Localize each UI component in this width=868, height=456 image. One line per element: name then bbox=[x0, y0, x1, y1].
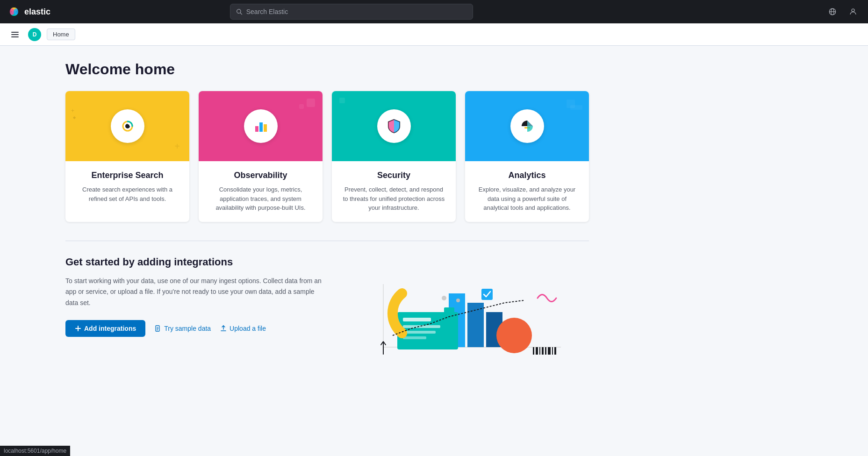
analytics-description: Explore, visualize, and analyze your dat… bbox=[474, 185, 580, 213]
svg-rect-17 bbox=[259, 122, 263, 132]
top-navigation: elastic bbox=[0, 0, 868, 23]
search-input[interactable] bbox=[246, 8, 467, 15]
svg-rect-37 bbox=[403, 331, 436, 334]
solution-cards-grid: + ◆ + Enterprise Search Create search ex… bbox=[65, 91, 589, 222]
observability-card-body: Observability Consolidate your logs, met… bbox=[199, 161, 323, 222]
secondary-navigation: D Home bbox=[0, 23, 868, 46]
analytics-card[interactable]: Analytics Explore, visualize, and analyz… bbox=[465, 91, 589, 222]
add-integrations-button[interactable]: Add integrations bbox=[65, 320, 145, 337]
observability-description: Consolidate your logs, metrics, applicat… bbox=[208, 185, 313, 213]
svg-rect-31 bbox=[467, 303, 484, 347]
hamburger-button[interactable] bbox=[7, 27, 22, 42]
enterprise-search-logo bbox=[111, 109, 144, 143]
home-breadcrumb-button[interactable]: Home bbox=[47, 28, 75, 40]
integrations-section: Get started by adding integrations To st… bbox=[65, 256, 589, 359]
svg-rect-16 bbox=[255, 126, 258, 132]
svg-point-3 bbox=[10, 8, 14, 15]
observability-card[interactable]: Observability Consolidate your logs, met… bbox=[199, 91, 323, 222]
integrations-description: To start working with your data, use one… bbox=[65, 276, 327, 309]
elastic-logo-icon bbox=[7, 5, 21, 18]
nav-icons-group bbox=[825, 4, 861, 19]
svg-line-6 bbox=[241, 13, 242, 14]
section-divider bbox=[65, 241, 589, 241]
svg-rect-41 bbox=[481, 289, 493, 300]
user-avatar[interactable]: D bbox=[28, 28, 41, 41]
observability-card-image bbox=[199, 91, 323, 161]
enterprise-search-card-body: Enterprise Search Create search experien… bbox=[65, 161, 189, 213]
svg-point-52 bbox=[456, 299, 460, 302]
main-content: Welcome home + ◆ + bbox=[0, 46, 654, 374]
svg-rect-35 bbox=[403, 318, 431, 321]
integrations-text-content: Get started by adding integrations To st… bbox=[65, 256, 327, 337]
search-icon bbox=[236, 8, 242, 15]
integrations-buttons-group: Add integrations Try sample data bbox=[65, 320, 327, 337]
globe-icon bbox=[828, 7, 837, 16]
svg-point-51 bbox=[442, 296, 446, 300]
logo-text: elastic bbox=[24, 7, 50, 17]
svg-rect-38 bbox=[403, 336, 426, 339]
svg-rect-47 bbox=[545, 347, 546, 355]
integrations-illustration bbox=[355, 256, 570, 359]
person-icon bbox=[849, 7, 857, 16]
integrations-title: Get started by adding integrations bbox=[65, 256, 327, 268]
security-logo bbox=[377, 109, 411, 143]
document-icon bbox=[155, 325, 161, 332]
plus-icon bbox=[75, 325, 81, 332]
page-title: Welcome home bbox=[65, 61, 589, 78]
security-card-body: Security Prevent, collect, detect, and r… bbox=[332, 161, 456, 222]
enterprise-search-description: Create search experiences with a refined… bbox=[75, 185, 180, 203]
observability-title: Observability bbox=[208, 171, 313, 180]
security-card-image bbox=[332, 91, 456, 161]
analytics-title: Analytics bbox=[474, 171, 580, 180]
help-button[interactable] bbox=[825, 4, 840, 19]
svg-rect-44 bbox=[536, 347, 538, 355]
svg-rect-45 bbox=[539, 347, 540, 355]
hamburger-icon bbox=[11, 30, 19, 39]
svg-rect-49 bbox=[552, 347, 553, 355]
security-description: Prevent, collect, detect, and respond to… bbox=[341, 185, 446, 213]
svg-rect-46 bbox=[542, 347, 544, 355]
svg-point-4 bbox=[14, 8, 18, 15]
observability-logo bbox=[244, 109, 278, 143]
enterprise-search-card-image: + ◆ + bbox=[65, 91, 189, 161]
svg-point-39 bbox=[496, 318, 532, 353]
analytics-card-body: Analytics Explore, visualize, and analyz… bbox=[465, 161, 589, 222]
elastic-logo[interactable]: elastic bbox=[7, 5, 50, 18]
analytics-card-image bbox=[465, 91, 589, 161]
svg-rect-50 bbox=[554, 347, 556, 355]
user-menu-button[interactable] bbox=[846, 4, 861, 19]
svg-rect-18 bbox=[264, 124, 267, 132]
svg-rect-48 bbox=[548, 347, 551, 355]
enterprise-search-title: Enterprise Search bbox=[75, 171, 180, 180]
analytics-logo bbox=[510, 109, 544, 143]
global-search-bar[interactable] bbox=[230, 4, 473, 20]
upload-file-link[interactable]: Upload a file bbox=[220, 325, 266, 332]
upload-icon bbox=[220, 325, 227, 332]
svg-point-10 bbox=[852, 9, 854, 12]
security-card[interactable]: Security Prevent, collect, detect, and r… bbox=[332, 91, 456, 222]
security-title: Security bbox=[341, 171, 446, 180]
svg-rect-43 bbox=[533, 347, 534, 355]
enterprise-search-card[interactable]: + ◆ + Enterprise Search Create search ex… bbox=[65, 91, 189, 222]
try-sample-data-link[interactable]: Try sample data bbox=[155, 325, 211, 332]
